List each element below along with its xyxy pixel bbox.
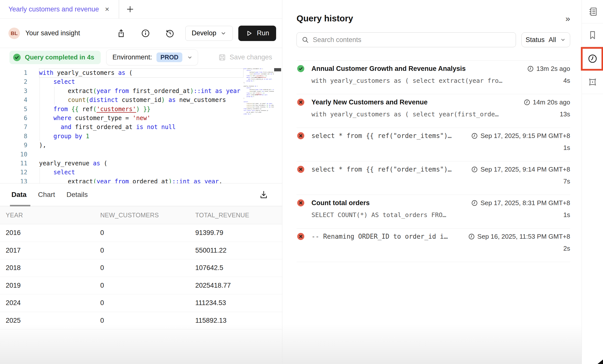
sidebar-item-query-history[interactable]	[582, 47, 603, 70]
code-line[interactable]: yearly_revenue as (	[39, 159, 282, 168]
line-number: 13	[0, 177, 27, 183]
table-row[interactable]: 20240111234.53	[0, 294, 282, 312]
status-filter-dropdown[interactable]: Status All	[521, 32, 570, 47]
close-tab-icon[interactable]: ×	[105, 5, 109, 13]
success-icon	[297, 64, 305, 73]
search-box[interactable]	[297, 32, 516, 47]
code-line[interactable]: select	[244, 101, 274, 103]
code-line[interactable]: order by 1	[244, 113, 274, 115]
run-button[interactable]: Run	[238, 26, 276, 41]
history-entry-duration: 13s	[560, 110, 570, 118]
code-line[interactable]: coalesce(yc.new_customers, 0) as new_cus…	[244, 104, 274, 106]
code-line[interactable]: and first_ordered_at is not null	[244, 78, 274, 80]
code-line[interactable]: from yearly_customers yc	[244, 108, 274, 110]
sidebar-item-lineage[interactable]	[582, 70, 603, 94]
history-entry-duration: 4s	[563, 77, 570, 85]
version-history-button[interactable]	[164, 28, 175, 39]
table-row[interactable]: 2016091399.79	[0, 224, 282, 242]
code-line[interactable]: ),	[244, 82, 274, 84]
code-line[interactable]: full outer join yearly_revenue yr	[244, 110, 274, 111]
new-tab-button[interactable]	[126, 5, 135, 14]
minimap[interactable]: with yearly_customers as ( select extrac…	[244, 68, 274, 128]
code-line[interactable]: extract(year from ordered_at)::int as ye…	[244, 89, 274, 91]
code-line[interactable]: select	[244, 87, 274, 89]
line-number: 9	[0, 141, 27, 150]
environment-selector[interactable]: Environment: PROD	[106, 49, 198, 65]
status-filter-label: Status	[526, 36, 545, 44]
code-line[interactable]: extract(year from first_ordered_at)::int…	[244, 71, 274, 73]
search-input[interactable]	[313, 36, 511, 44]
code-line[interactable]: sum(order_total) as total_revenue	[244, 91, 274, 92]
line-number: 8	[0, 132, 27, 141]
tab-chart[interactable]: Chart	[38, 191, 55, 199]
line-number: 1	[0, 68, 27, 77]
code-line[interactable]: from {{ ref('customers') }}	[244, 75, 274, 77]
code-line[interactable]: ),	[39, 141, 282, 150]
save-changes-button[interactable]: Save changes	[218, 53, 272, 61]
table-row[interactable]: 201902025418.77	[0, 277, 282, 295]
results-section: Data Chart Details YEAR NEW_CUSTOMERS TO…	[0, 183, 282, 329]
history-entry-time: 14m 20s ago	[524, 98, 570, 106]
editor-scrollbar-thumb[interactable]	[274, 68, 281, 71]
version-history-icon	[165, 29, 175, 38]
history-entry[interactable]: Count total ordersSep 17, 2025, 8:31 PM …	[297, 195, 570, 228]
code-line[interactable]	[244, 99, 274, 101]
code-line[interactable]: from {{ ref('orders') }}	[244, 92, 274, 94]
history-entry-time: Sep 17, 2025, 9:14 PM GMT+8	[471, 166, 570, 173]
code-line[interactable]: coalesce(yc.year, yr.year) as year,	[244, 103, 274, 104]
code-line[interactable]: where customer_type = 'new'	[244, 77, 274, 78]
code-line[interactable]: coalesce(yr.total_revenue, 0) as total_r…	[244, 106, 274, 108]
tab-divider	[119, 0, 119, 18]
share-button[interactable]	[116, 28, 127, 39]
collapse-panel-icon[interactable]: »	[565, 14, 570, 23]
code-line[interactable]: yearly_revenue as (	[244, 85, 274, 87]
history-entry-duration: 1s	[563, 144, 570, 152]
code-line[interactable]	[39, 150, 282, 159]
history-list: Annual Customer Growth and Revenue Analy…	[297, 60, 570, 262]
history-entry[interactable]: select * from {{ ref("order_items")…Sep …	[297, 161, 570, 195]
code-line[interactable]: select	[244, 70, 274, 71]
code-line[interactable]: where ordered_at is not null	[244, 94, 274, 96]
code-line[interactable]: with yearly_customers as (	[244, 68, 274, 70]
code-line[interactable]: count(distinct customer_id) as new_custo…	[244, 73, 274, 75]
code-line[interactable]: group by 1	[244, 96, 274, 97]
download-results-button[interactable]	[258, 189, 269, 200]
tab-yearly-customers-and-revenue[interactable]: Yearly customers and revenue ×	[0, 0, 109, 18]
query-status-bar: Query completed in 4s Environment: PROD …	[0, 48, 282, 67]
page-title: Query history	[297, 13, 353, 23]
code-line[interactable]: group by 1	[39, 132, 282, 141]
code-line[interactable]: extract(year from ordered_at)::int as ye…	[39, 177, 282, 183]
table-row[interactable]: 20170550011.22	[0, 242, 282, 260]
history-entry-time: 13m 2s ago	[527, 65, 570, 73]
history-entry-duration: 1s	[563, 211, 570, 219]
sql-code-editor[interactable]: 12345678910111213 with yearly_customers …	[0, 67, 282, 183]
develop-button[interactable]: Develop	[185, 26, 233, 41]
sidebar-item-notebook[interactable]	[582, 0, 603, 23]
avatar[interactable]: BL	[8, 28, 20, 39]
line-number: 12	[0, 168, 27, 177]
code-line[interactable]: )	[244, 97, 274, 99]
history-entry[interactable]: Yearly New Customers and Revenue14m 20s …	[297, 94, 570, 128]
table-cell: 111234.53	[195, 299, 282, 307]
table-row[interactable]: 20250115892.13	[0, 312, 282, 330]
table-row[interactable]: 20180107642.5	[0, 259, 282, 277]
tab-details[interactable]: Details	[66, 191, 88, 199]
table-cell: 0	[100, 317, 195, 324]
history-entry[interactable]: -- Renaming ORDER_ID to order_id i…Sep 1…	[297, 228, 570, 262]
history-entry[interactable]: Annual Customer Growth and Revenue Analy…	[297, 61, 570, 94]
clock-icon	[527, 65, 534, 72]
info-button[interactable]	[140, 28, 151, 39]
code-line[interactable]	[244, 84, 274, 85]
history-entry[interactable]: select * from {{ ref("order_items")…Sep …	[297, 128, 570, 161]
history-entry-title: Count total orders	[311, 199, 370, 207]
history-entry-duration: 2s	[563, 245, 570, 252]
line-number: 4	[0, 95, 27, 104]
code-line[interactable]: select	[39, 168, 282, 177]
download-icon	[259, 190, 268, 199]
sidebar-item-bookmarks[interactable]	[582, 23, 603, 47]
history-entry-time: Sep 17, 2025, 8:31 PM GMT+8	[471, 199, 570, 207]
code-line[interactable]: group by 1	[244, 80, 274, 82]
status-badge	[297, 232, 305, 241]
tab-data[interactable]: Data	[11, 191, 27, 199]
code-line[interactable]: on yc.year = yr.year	[244, 111, 274, 113]
